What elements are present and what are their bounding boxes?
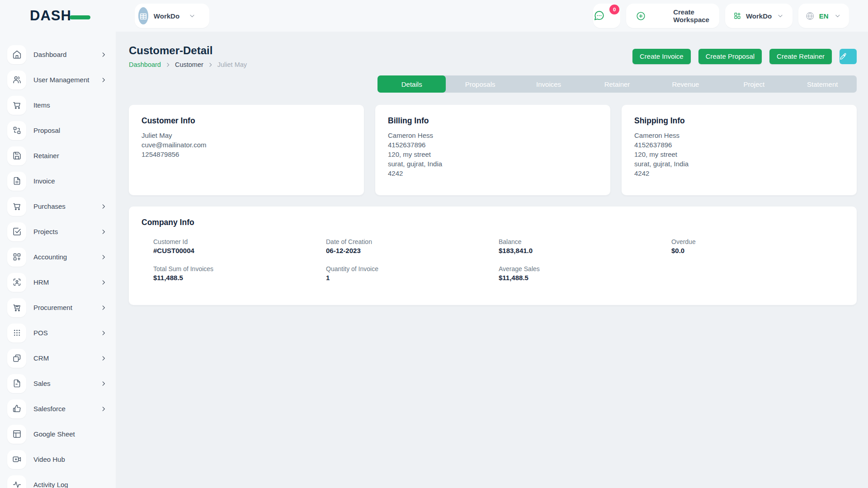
sidebar-item-label: Purchases <box>33 202 66 210</box>
pencil-icon <box>840 53 857 60</box>
customer-info-lines: Juliet Maycuve@mailinator.com1254879856 <box>142 131 351 159</box>
shipping-info-card: Shipping Info Cameron Hess4152637896120,… <box>622 105 857 195</box>
create-proposal-button[interactable]: Create Proposal <box>698 49 762 64</box>
tab-invoices[interactable]: Invoices <box>514 75 583 93</box>
chevron-right-icon <box>100 254 107 260</box>
chevron-right-icon <box>100 380 107 387</box>
sidebar-item-label: CRM <box>33 354 49 362</box>
sidebar-item-retainer[interactable]: Retainer <box>7 145 108 166</box>
field-value: $183,841.0 <box>499 247 671 254</box>
field-label: Average Sales <box>499 265 671 272</box>
sidebar-item-google-sheet[interactable]: Google Sheet <box>7 424 108 444</box>
sidebar-item-sales[interactable]: Sales <box>7 373 108 394</box>
company-field-customer-id: Customer Id#CUST00004 <box>153 238 326 254</box>
tab-details[interactable]: Details <box>377 75 446 93</box>
sidebar-item-user-management[interactable]: User Management <box>7 70 108 90</box>
sidebar-item-crm[interactable]: CRM <box>7 348 108 368</box>
sidebar-item-pos[interactable]: POS <box>7 323 108 343</box>
edit-customer-button[interactable] <box>840 49 857 64</box>
user-scan-icon <box>7 273 26 292</box>
company-field-quantity-of-invoice: Quantity of Invoice1 <box>326 265 499 282</box>
create-workspace-button[interactable]: Create Workspace <box>626 4 719 28</box>
sidebar-item-label: Retainer <box>33 152 59 160</box>
language-dropdown[interactable]: EN <box>798 4 849 28</box>
tab-project[interactable]: Project <box>720 75 788 93</box>
table-icon <box>7 425 26 444</box>
copy-icon <box>7 349 26 368</box>
sidebar-item-accounting[interactable]: Accounting <box>7 247 108 267</box>
info-line: surat, gujrat, India <box>634 159 844 169</box>
company-info-card: Company Info Customer Id#CUST00004Date o… <box>129 206 857 305</box>
sidebar-item-label: Projects <box>33 228 58 235</box>
tab-statement[interactable]: Statement <box>788 75 857 93</box>
messages-button[interactable]: 0 <box>593 4 620 28</box>
field-label: Quantity of Invoice <box>326 265 499 272</box>
field-label: Customer Id <box>153 238 326 245</box>
sidebar-item-label: Proposal <box>33 127 60 134</box>
company-field-overdue: Overdue$0.0 <box>671 238 844 254</box>
tab-proposals[interactable]: Proposals <box>446 75 514 93</box>
info-line: 120, my street <box>388 150 598 159</box>
chevron-right-icon <box>100 229 107 235</box>
sidebar-item-label: Salesforce <box>33 405 66 413</box>
info-line: 120, my street <box>634 150 844 159</box>
sidebar: DashboardUser ManagementItemsProposalRet… <box>0 32 116 488</box>
language-label: EN <box>819 12 829 20</box>
info-line: Cameron Hess <box>388 131 598 140</box>
workspace-name: WorkDo <box>154 12 179 20</box>
breadcrumb-link-customer[interactable]: Customer <box>175 61 203 68</box>
sidebar-item-dashboard[interactable]: Dashboard <box>7 44 108 65</box>
chevron-right-icon <box>165 62 171 68</box>
plus-circle-icon <box>636 11 669 21</box>
sidebar-item-label: HRM <box>33 278 49 286</box>
sidebar-item-label: Items <box>33 101 50 109</box>
sidebar-item-items[interactable]: Items <box>7 95 108 115</box>
breadcrumb-link-dashboard[interactable]: Dashboard <box>129 61 161 68</box>
company-field-balance: Balance$183,841.0 <box>499 238 671 254</box>
app-switcher-dropdown[interactable]: WorkDo <box>725 4 793 28</box>
sidebar-item-invoice[interactable]: Invoice <box>7 171 108 191</box>
sidebar-item-video-hub[interactable]: Video Hub <box>7 449 108 469</box>
sidebar-item-salesforce[interactable]: Salesforce <box>7 399 108 419</box>
check-square-icon <box>7 222 26 241</box>
dots-grid-icon <box>7 324 26 343</box>
globe-icon <box>806 11 815 21</box>
create-invoice-button[interactable]: Create Invoice <box>632 49 691 64</box>
main-content: Customer-Detail DashboardCustomerJuliet … <box>116 32 868 488</box>
field-label: Balance <box>499 238 671 245</box>
sidebar-item-label: Sales <box>33 380 51 387</box>
workspace-switcher[interactable]: WorkDo <box>135 4 209 28</box>
company-info-grid: Customer Id#CUST00004Date of Creation06-… <box>142 238 844 282</box>
sidebar-item-projects[interactable]: Projects <box>7 221 108 242</box>
card-title: Company Info <box>142 218 844 227</box>
tab-retainer[interactable]: Retainer <box>583 75 651 93</box>
thumbs-up-icon <box>7 399 26 418</box>
breadcrumb: DashboardCustomerJuliet May <box>129 61 247 68</box>
card-title: Shipping Info <box>634 116 844 126</box>
chevron-down-icon <box>185 12 199 19</box>
sidebar-item-procurement[interactable]: Procurement <box>7 297 108 318</box>
page-title: Customer-Detail <box>129 44 247 57</box>
chevron-right-icon <box>100 77 107 83</box>
cart-chart-icon <box>7 298 26 317</box>
sidebar-item-label: Invoice <box>33 177 55 185</box>
info-line: 4242 <box>634 169 844 178</box>
field-value: #CUST00004 <box>153 247 326 254</box>
home-icon <box>7 45 26 64</box>
field-value: $0.0 <box>671 247 844 254</box>
tab-revenue[interactable]: Revenue <box>651 75 720 93</box>
video-icon <box>7 450 26 469</box>
sidebar-item-activity-log[interactable]: Activity Log <box>7 474 108 488</box>
chevron-right-icon <box>208 62 213 68</box>
company-field-total-sum-of-invoices: Total Sum of Invoices$11,488.5 <box>153 265 326 282</box>
sidebar-item-hrm[interactable]: HRM <box>7 272 108 292</box>
create-retainer-button[interactable]: Create Retainer <box>769 49 832 64</box>
sidebar-item-label: Google Sheet <box>33 430 75 438</box>
sidebar-item-purchases[interactable]: Purchases <box>7 196 108 216</box>
chevron-right-icon <box>100 355 107 361</box>
sidebar-item-proposal[interactable]: Proposal <box>7 120 108 141</box>
logo-text: DASH <box>30 8 71 24</box>
save-icon <box>7 146 26 165</box>
field-label: Date of Creation <box>326 238 499 245</box>
info-line: 4152637896 <box>634 140 844 150</box>
